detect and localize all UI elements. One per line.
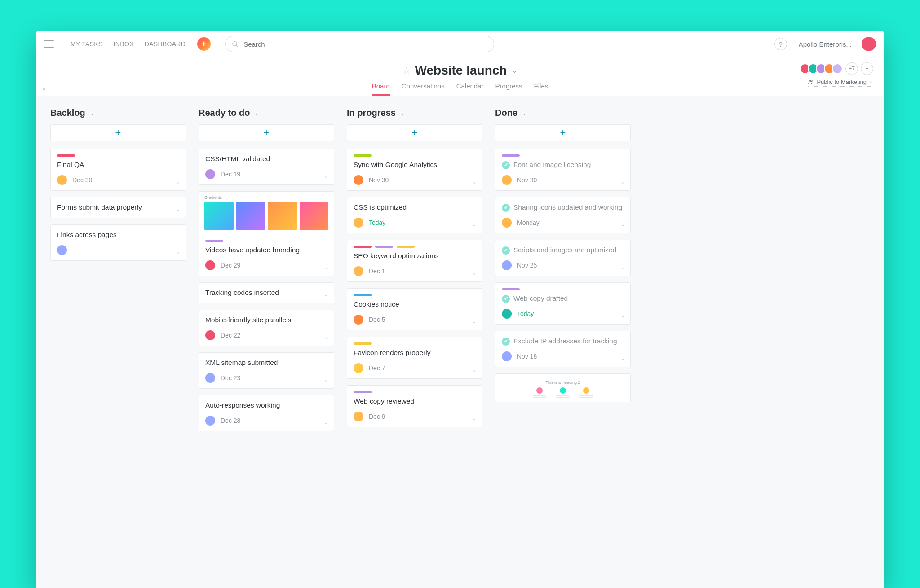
add-card-button[interactable]: + <box>495 124 631 141</box>
task-card[interactable]: Scripts and images are optimizedNov 25⌄ <box>495 240 631 276</box>
task-card[interactable]: Tracking codes inserted⌄ <box>199 282 334 303</box>
chevron-down-icon[interactable]: ⌄ <box>324 377 328 383</box>
assignee-avatar[interactable] <box>205 260 215 270</box>
tab-conversations[interactable]: Conversations <box>402 82 445 96</box>
chevron-down-icon[interactable]: ⌄ <box>472 367 477 373</box>
add-card-button[interactable]: + <box>50 124 186 141</box>
workspace-switcher[interactable]: Apollo Enterpris... <box>799 40 852 48</box>
assignee-avatar[interactable] <box>205 169 215 179</box>
task-card[interactable]: Final QADec 30⌄ <box>50 149 186 191</box>
chevron-down-icon[interactable]: ⌄ <box>324 264 328 270</box>
nav-my-tasks[interactable]: MY TASKS <box>71 40 103 48</box>
task-card[interactable]: Favicon renders properlyDec 7⌄ <box>347 337 482 379</box>
assignee-avatar[interactable] <box>57 175 67 185</box>
card-labels <box>57 154 179 157</box>
add-member-button[interactable]: + <box>861 62 873 75</box>
assignee-avatar[interactable] <box>57 245 67 255</box>
task-card[interactable]: Links across pages⌄ <box>50 224 186 261</box>
chevron-down-icon[interactable]: ⌄ <box>620 264 625 270</box>
expand-sidebar-icon[interactable]: » <box>42 85 46 92</box>
task-card[interactable]: This is a Heading 2 <box>495 373 631 402</box>
project-title[interactable]: Website launch <box>415 63 507 78</box>
chevron-down-icon[interactable]: ⌄ <box>620 355 625 361</box>
nav-inbox[interactable]: INBOX <box>114 40 134 48</box>
task-card[interactable]: SEO keyword optimizationsDec 1⌄ <box>347 240 482 282</box>
assignee-avatar[interactable] <box>502 351 512 361</box>
member-avatar[interactable] <box>832 63 843 74</box>
task-card[interactable]: Web copy draftedToday⌄ <box>495 282 631 325</box>
chevron-down-icon[interactable]: ⌄ <box>324 334 328 340</box>
assignee-avatar[interactable] <box>205 416 215 426</box>
chevron-down-icon[interactable]: ⌄ <box>176 206 180 212</box>
column-header[interactable]: Done⌄ <box>495 108 631 118</box>
assignee-avatar[interactable] <box>502 218 512 228</box>
chevron-down-icon[interactable]: ⌄ <box>620 312 625 319</box>
chevron-down-icon[interactable]: ⌄ <box>472 270 477 276</box>
task-card[interactable]: Font and image licensingNov 30⌄ <box>495 149 631 191</box>
chevron-down-icon[interactable]: ⌄ <box>472 415 477 421</box>
task-card[interactable]: Cookies noticeDec 5⌄ <box>347 288 482 330</box>
card-title: Final QA <box>57 160 179 170</box>
column-title: In progress <box>347 108 396 118</box>
task-card[interactable]: Gradients Videos have updated brandingDe… <box>199 191 334 276</box>
assignee-avatar[interactable] <box>354 175 363 185</box>
card-label <box>57 154 75 157</box>
chevron-down-icon[interactable]: ⌄ <box>472 179 477 185</box>
task-card[interactable]: Sharing icons updated and workingMonday⌄ <box>495 197 631 233</box>
chevron-down-icon[interactable]: ⌄ <box>620 179 625 185</box>
chevron-down-icon[interactable]: ⌄ <box>324 291 328 298</box>
column-header[interactable]: Backlog⌄ <box>50 108 186 118</box>
chevron-down-icon[interactable]: ⌄ <box>324 419 328 426</box>
current-user-avatar[interactable] <box>862 37 876 51</box>
assignee-avatar[interactable] <box>205 330 215 340</box>
add-card-button[interactable]: + <box>199 124 334 141</box>
assignee-avatar[interactable] <box>502 175 512 185</box>
card-label <box>397 246 415 248</box>
project-visibility[interactable]: Public to Marketing ⌄ <box>808 79 873 87</box>
assignee-avatar[interactable] <box>354 266 363 276</box>
card-meta: Dec 19 <box>205 169 327 179</box>
task-card[interactable]: Auto-responses workingDec 28⌄ <box>199 395 334 431</box>
task-card[interactable]: CSS is optimizedToday⌄ <box>347 197 482 233</box>
board-area: Backlog⌄+Final QADec 30⌄Forms submit dat… <box>36 96 884 588</box>
tab-files[interactable]: Files <box>534 82 548 96</box>
assignee-avatar[interactable] <box>205 373 215 383</box>
assignee-avatar[interactable] <box>354 412 363 421</box>
help-button[interactable]: ? <box>774 38 787 50</box>
menu-icon[interactable] <box>44 40 54 48</box>
chevron-down-icon[interactable]: ⌄ <box>324 173 328 179</box>
star-icon[interactable]: ☆ <box>402 65 411 76</box>
task-card[interactable]: CSS/HTML validatedDec 19⌄ <box>199 149 334 185</box>
assignee-avatar[interactable] <box>354 218 363 228</box>
chevron-down-icon[interactable]: ⌄ <box>512 67 518 74</box>
task-card[interactable]: XML sitemap submittedDec 23⌄ <box>199 352 334 389</box>
chevron-down-icon[interactable]: ⌄ <box>472 318 477 325</box>
member-overflow-button[interactable]: +7 <box>845 62 858 75</box>
tab-progress[interactable]: Progress <box>495 82 522 96</box>
project-header: » ☆ Website launch ⌄ Board Conversations… <box>36 57 884 96</box>
add-card-button[interactable]: + <box>347 124 482 141</box>
task-card[interactable]: Sync with Google AnalyticsNov 30⌄ <box>347 149 482 191</box>
task-card[interactable]: Forms submit data properly⌄ <box>50 197 186 218</box>
assignee-avatar[interactable] <box>354 315 363 325</box>
task-card[interactable]: Exclude IP addresses for trackingNov 18⌄ <box>495 331 631 367</box>
tab-calendar[interactable]: Calendar <box>456 82 484 96</box>
card-label <box>354 154 372 157</box>
assignee-avatar[interactable] <box>502 260 512 270</box>
card-title: CSS/HTML validated <box>205 154 327 164</box>
chevron-down-icon[interactable]: ⌄ <box>620 221 625 228</box>
chevron-down-icon[interactable]: ⌄ <box>472 221 477 228</box>
assignee-avatar[interactable] <box>354 363 363 373</box>
nav-dashboard[interactable]: DASHBOARD <box>145 40 186 48</box>
chevron-down-icon[interactable]: ⌄ <box>176 179 180 185</box>
task-card[interactable]: Mobile-friendly site parallelsDec 22⌄ <box>199 310 334 346</box>
assignee-avatar[interactable] <box>502 309 512 319</box>
global-add-button[interactable]: + <box>197 37 211 51</box>
column-header[interactable]: Ready to do⌄ <box>199 108 334 118</box>
task-card[interactable]: Web copy reviewedDec 9⌄ <box>347 385 482 427</box>
tab-board[interactable]: Board <box>372 82 390 96</box>
search-input[interactable] <box>225 36 494 52</box>
chevron-down-icon[interactable]: ⌄ <box>176 249 180 255</box>
card-list: Final QADec 30⌄Forms submit data properl… <box>50 149 186 261</box>
column-header[interactable]: In progress⌄ <box>347 108 482 118</box>
